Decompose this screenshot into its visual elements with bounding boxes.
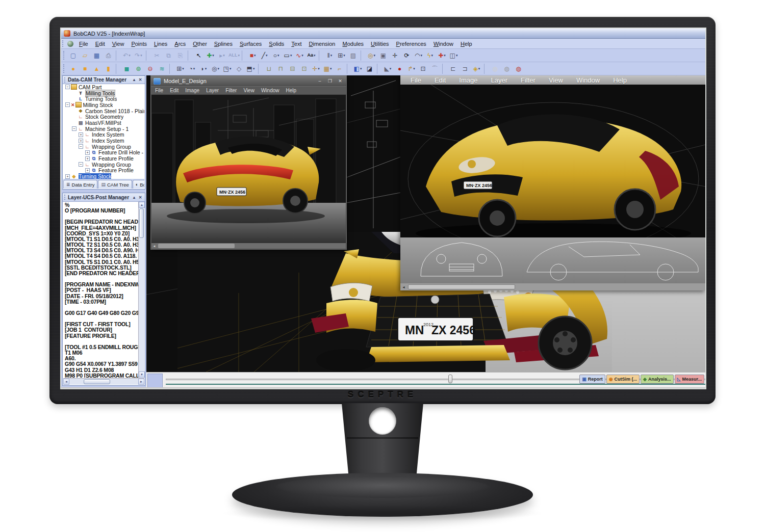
scroll-thumb[interactable] [158,244,235,248]
collapse-icon[interactable]: − [79,162,83,167]
menu-points[interactable]: Points [128,40,150,48]
zoom-auto-icon[interactable]: ◎▾ [366,50,377,61]
unwrap-right-icon[interactable]: ⊐ [460,64,470,74]
model-window-hscrollbar[interactable]: ◄ [151,243,346,249]
shell-solid-icon[interactable]: ◳▾ [222,64,233,74]
point-create-icon[interactable]: ✚▾ [205,50,216,61]
menu-preferences[interactable]: Preferences [393,40,430,48]
solid-view-icon[interactable]: ◧▾ [352,64,363,74]
scroll-thumb[interactable] [408,284,515,289]
panel-collapse-button[interactable]: ▴ [131,77,137,82]
tree-item[interactable]: −∟Wrapping Group [63,162,144,168]
collapse-icon[interactable]: − [65,102,70,107]
cylinder-primitive-icon[interactable]: ▮ [103,64,114,74]
nc-vertical-scrollbar[interactable]: ▲ ▼ [138,202,144,378]
menu-layer[interactable]: Layer [206,88,219,93]
panel-close-button[interactable]: ✕ [137,77,143,82]
menu-view[interactable]: View [243,88,254,93]
model-window-titlebar[interactable]: Model_E_Design – ❐ ✕ [151,76,346,86]
block-primitive-icon[interactable]: ◼ [121,64,132,74]
spline-tool-icon[interactable]: ∿▾ [294,50,305,61]
paste-icon[interactable]: ⎘ [175,50,186,61]
boolean-intersect-icon[interactable]: ⊟ [287,64,298,74]
tab-measur[interactable]: ◺Measur... [675,375,704,384]
menu-edit[interactable]: Edit [92,40,109,48]
undo-icon[interactable]: ↶▾ [121,50,132,61]
minimize-button[interactable]: – [316,78,323,84]
menu-file[interactable]: File [75,40,92,48]
menu-dimension[interactable]: Dimension [305,40,339,48]
scroll-left-icon[interactable]: ◄ [63,379,69,385]
menu-solids[interactable]: Solids [265,40,288,48]
menu-text[interactable]: Text [288,40,305,48]
hatch-tool-icon[interactable]: ▨ [348,50,359,61]
extrude-cut-icon[interactable]: ⊖ [145,64,156,74]
text-tool-icon[interactable]: Aa▾ [306,50,317,61]
tree-item[interactable]: +∟Index System [63,138,144,144]
expand-icon[interactable]: + [85,168,90,173]
leader-tool-icon[interactable]: ↱▾ [406,64,417,74]
scroll-thumb[interactable] [139,208,144,238]
render-sphere-icon[interactable]: ● [394,64,405,74]
circle-tool-icon[interactable]: ○▾ [271,50,282,61]
toolbar-grip[interactable] [63,51,66,60]
menu-image[interactable]: Image [185,88,199,93]
scroll-left-icon[interactable]: ◄ [400,285,407,289]
translate-icon[interactable]: ▸▾ [217,50,227,61]
select-all-icon[interactable]: ALL▾ [228,50,240,61]
image-window-canvas[interactable]: MN·ZX 2456 [400,85,705,283]
cam-panel-header[interactable]: Data-CAM Tree Manager ▴ ✕ [63,76,145,84]
pan-view-icon[interactable]: ✛ [390,50,400,61]
expand-icon[interactable]: + [65,174,70,179]
plane-surface-icon[interactable]: ◇ [234,64,244,74]
new-file-icon[interactable]: ▢ [68,50,79,61]
boolean-split-icon[interactable]: ⊡ [299,64,310,74]
tree-item[interactable]: −∟Machine Setup - 1 [63,126,144,132]
menu-window[interactable]: Window [261,88,279,93]
expand-icon[interactable]: + [85,156,90,161]
shade-mid-icon[interactable]: ◍ [501,64,512,74]
collapse-icon[interactable]: − [65,85,70,89]
mask-view-icon[interactable]: ◪ [364,64,375,74]
tree-item[interactable]: +◆Turning Stock [63,173,144,179]
cone-primitive-icon[interactable]: ▲ [91,64,102,74]
tree-item[interactable]: ❖Carbon Steel 1018 - Plain (10 [63,108,144,114]
menu-surfaces[interactable]: Surfaces [236,40,265,48]
distribute-tool-icon[interactable]: ⊞▾ [336,50,347,61]
boolean-subtract-icon[interactable]: ⊓ [275,64,286,74]
expand-icon[interactable]: + [79,132,83,137]
stock-frame-icon[interactable]: ⊡ [418,64,428,74]
menu-edit[interactable]: Edit [170,88,178,93]
menu-view[interactable]: View [549,76,563,84]
revolve-surface-icon[interactable]: ◗▾ [198,64,209,74]
cube-primitive-icon[interactable]: ■ [80,64,90,74]
select-arrow-icon[interactable]: ↖ [193,50,204,61]
tab-camtree[interactable]: ▤CAM Tree [98,180,132,189]
color-swatch-icon[interactable]: ■▾ [247,50,258,61]
boolean-union-icon[interactable]: ⊔ [264,64,274,74]
menubar-grip[interactable] [62,40,65,47]
menu-filter[interactable]: Filter [521,76,536,84]
view-cube-icon[interactable]: ◫▾ [448,50,459,61]
sphere-primitive-icon[interactable]: ● [68,64,79,74]
collapse-icon[interactable]: − [72,126,76,131]
menu-file[interactable]: File [411,76,421,84]
menu-window[interactable]: Window [576,76,600,84]
tree-item[interactable]: +⧉Feature Profile [63,168,144,174]
wrap-gold-icon[interactable]: ◈▾ [471,64,482,74]
ucs-origin-icon[interactable]: ✚▾ [437,50,447,61]
panel-collapse-button[interactable]: ▴ [131,195,137,200]
menu-layer[interactable]: Layer [491,76,508,84]
tree-item[interactable]: ▤HaasVF.MillPst [63,120,144,126]
copy-icon[interactable]: ⧉ [163,50,174,61]
cross-section-icon[interactable]: ✛▾ [311,64,321,74]
collapse-icon[interactable]: − [79,144,83,149]
align-tool-icon[interactable]: ‖▾ [324,50,335,61]
post-panel-header[interactable]: Layer-UCS-Post Manager ▴ ✕ [63,193,145,202]
menu-modules[interactable]: Modules [339,40,367,48]
scroll-down-icon[interactable]: ▼ [139,371,145,378]
menu-arcs[interactable]: Arcs [171,40,189,48]
tab-report[interactable]: ▣Report [579,375,605,384]
tree-item[interactable]: −✕Milling Stock [63,102,144,108]
model-window-canvas[interactable]: MN·ZX 2456 [151,95,346,243]
